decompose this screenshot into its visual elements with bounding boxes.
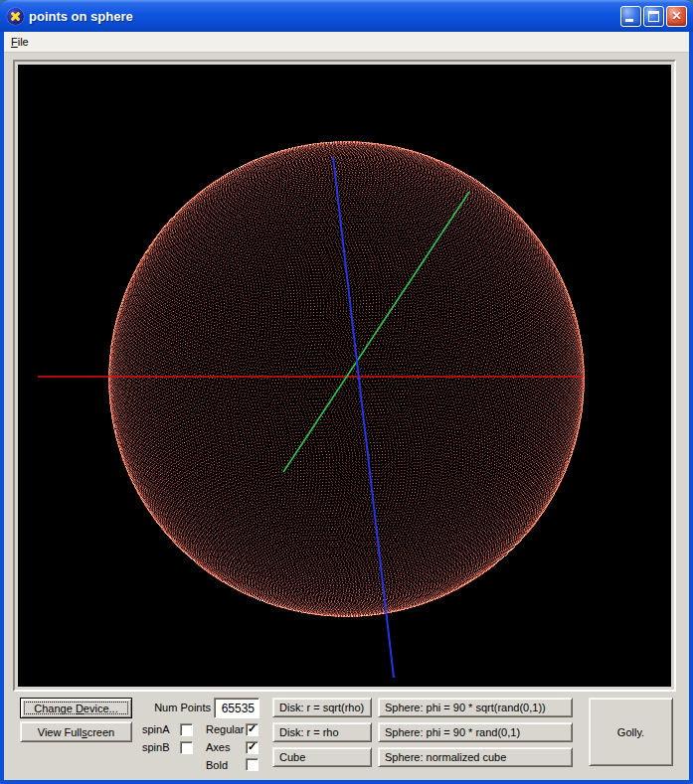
regular-label: Regular [206,723,245,736]
checkmark-icon: ✓ [248,741,257,752]
cube-button[interactable]: Cube [272,747,372,767]
checkbox-bold[interactable] [246,758,259,771]
disk-sqrt-rho-button[interactable]: Disk: r = sqrt(rho) [272,698,372,717]
sphere-rand-button[interactable]: Sphere: phi = 90 * rand(0,1) [378,722,573,742]
disk-rho-button[interactable]: Disk: r = rho [272,722,372,742]
view-fullscreen-label: View Fullscreen [38,726,114,738]
checkbox-regular[interactable]: ✓ [246,723,259,736]
menu-bar: File [4,32,689,53]
sphere-normalized-cube-button[interactable]: Sphere: normalized cube [378,747,573,767]
checkbox-spinA[interactable] [180,723,193,736]
checkbox-spinB[interactable] [180,741,193,754]
minimize-icon [625,19,633,22]
change-device-label: Change Device... [34,703,117,714]
spinB-label: spinB [142,741,170,754]
minimize-button[interactable] [620,6,641,27]
view-fullscreen-button[interactable]: View Fullscreen [20,721,132,742]
app-icon [7,8,24,25]
render-viewport[interactable] [18,65,671,687]
num-points-label: Num Points [135,702,211,714]
window-title: points on sphere [29,9,620,24]
change-device-button[interactable]: Change Device... [20,698,132,718]
close-icon: ✕ [671,10,681,22]
num-points-input[interactable] [214,698,260,718]
close-button[interactable]: ✕ [666,6,687,27]
titlebar[interactable]: points on sphere ✕ [0,0,693,32]
axes-label: Axes [206,741,230,754]
golly-button[interactable]: Golly. [589,698,673,766]
checkmark-icon: ✓ [248,723,257,734]
viewport-frame [13,60,676,692]
maximize-icon [648,11,659,22]
maximize-button[interactable] [643,6,664,27]
client-area: Change Device... View Fullscreen Num Poi… [4,53,689,780]
app-window: points on sphere ✕ File Change Device...… [0,0,693,784]
spinA-label: spinA [142,723,170,736]
sphere-sqrt-rand-button[interactable]: Sphere: phi = 90 * sqrt(rand(0,1)) [378,698,573,717]
menu-file[interactable]: File [4,34,36,50]
window-controls: ✕ [620,6,687,27]
checkbox-axes[interactable]: ✓ [246,741,259,754]
bold-label: Bold [206,759,228,772]
